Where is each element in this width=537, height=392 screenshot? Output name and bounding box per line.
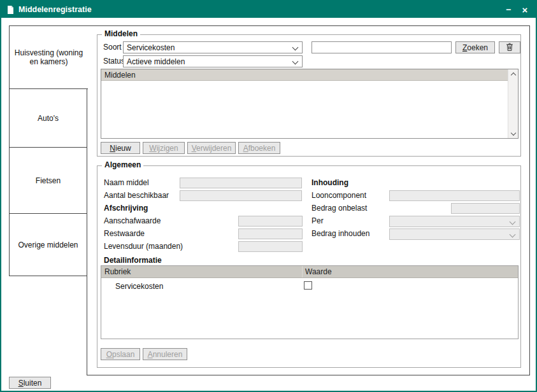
detailinformatie-header: Detailinformatie — [104, 256, 162, 265]
levensduur-input[interactable] — [238, 241, 303, 252]
aanschafwaarde-label: Aanschafwaarde — [104, 216, 161, 226]
detail-table-header: Rubriek Waarde — [101, 266, 518, 278]
aanschafwaarde-input[interactable] — [238, 216, 303, 227]
chevron-down-icon — [510, 219, 516, 225]
status-label: Status — [103, 57, 125, 66]
middelen-groupbox: Middelen Soort Servicekosten Zoeken — [97, 34, 521, 157]
middelen-legend: Middelen — [102, 29, 140, 39]
afboeken-label: Afboeken — [243, 144, 276, 153]
chevron-down-icon — [292, 59, 299, 65]
algemeen-groupbox: Algemeen Naam middel Aantal beschikbaar … — [97, 165, 521, 368]
wijzigen-button[interactable]: Wijzigen — [143, 142, 185, 154]
rubriek-column-header: Rubriek — [101, 266, 302, 277]
verwijderen-label: Verwijderen — [192, 144, 232, 153]
trash-icon — [506, 43, 513, 53]
table-row-rubriek[interactable]: Servicekosten — [115, 282, 163, 291]
status-combobox[interactable]: Actieve middelen — [123, 55, 303, 67]
aantal-beschikbaar-label: Aantal beschikbaar — [104, 191, 169, 200]
chevron-down-icon — [510, 232, 516, 238]
zoeken-label: Zoeken — [462, 43, 488, 52]
waarde-checkbox[interactable] — [304, 281, 312, 290]
verwijderen-button[interactable]: Verwijderen — [187, 142, 236, 154]
restwaarde-input[interactable] — [238, 228, 303, 239]
annuleren-button[interactable]: Annuleren — [143, 348, 187, 360]
status-value: Actieve middelen — [127, 57, 185, 66]
naam-middel-label: Naam middel — [104, 178, 149, 188]
soort-label: Soort — [103, 43, 122, 52]
soort-combobox[interactable]: Servicekosten — [123, 41, 303, 53]
soort-value: Servicekosten — [127, 43, 175, 52]
middelen-listbox[interactable]: Middelen — [101, 69, 519, 139]
bedrag-inhouden-label: Bedrag inhouden — [311, 229, 369, 239]
detail-table[interactable]: Rubriek Waarde Servicekosten — [101, 265, 519, 339]
zoeken-button[interactable]: Zoeken — [455, 41, 495, 53]
afschrijving-header: Afschrijving — [104, 204, 148, 213]
window-title: Middelenregistratie — [18, 5, 92, 14]
middelen-list-header: Middelen — [101, 69, 508, 81]
minimize-button[interactable]: − — [500, 1, 517, 18]
close-button[interactable]: × — [517, 1, 533, 18]
tab-fietsen[interactable]: Fietsen — [9, 147, 87, 214]
scroll-up-icon[interactable] — [508, 69, 518, 79]
aantal-beschikbaar-input[interactable] — [180, 190, 302, 201]
afboeken-button[interactable]: Afboeken — [238, 142, 280, 154]
tab-autos[interactable]: Auto's — [9, 88, 87, 148]
tab-label: Huisvesting (woning en kamers) — [12, 48, 85, 66]
chevron-down-icon — [292, 45, 299, 51]
inhouding-header: Inhouding — [311, 178, 348, 188]
tab-huisvesting[interactable]: Huisvesting (woning en kamers) — [9, 25, 88, 89]
per-label: Per — [311, 216, 324, 226]
titlebar: Middelenregistratie — [1, 1, 536, 18]
opslaan-label: Opslaan — [106, 350, 135, 359]
annuleren-label: Annuleren — [148, 350, 183, 359]
sluiten-button[interactable]: Sluiten — [9, 377, 51, 389]
looncomponent-input[interactable] — [389, 190, 520, 201]
vertical-scrollbar[interactable] — [508, 69, 518, 138]
nieuw-button[interactable]: Nieuw — [101, 142, 140, 154]
tab-label: Fietsen — [36, 176, 61, 185]
tab-overige-middelen[interactable]: Overige middelen — [9, 213, 87, 276]
bedrag-onbelast-label: Bedrag onbelast — [311, 204, 367, 213]
opslaan-button[interactable]: Opslaan — [101, 348, 140, 360]
tab-label: Overige middelen — [18, 241, 78, 249]
per-combobox[interactable] — [389, 216, 520, 227]
naam-middel-input[interactable] — [180, 178, 302, 188]
bedrag-onbelast-input[interactable] — [451, 203, 520, 214]
tab-label: Auto's — [38, 114, 59, 123]
bedrag-inhouden-combobox[interactable] — [389, 228, 520, 240]
scroll-down-icon[interactable] — [508, 129, 518, 138]
restwaarde-label: Restwaarde — [104, 229, 145, 239]
algemeen-legend: Algemeen — [102, 160, 143, 170]
levensduur-label: Levensduur (maanden) — [104, 242, 183, 251]
search-input[interactable] — [311, 41, 452, 53]
document-icon — [7, 6, 14, 14]
middelenregistratie-window: Middelenregistratie − × Huisvesting (won… — [0, 0, 537, 392]
wijzigen-label: Wijzigen — [149, 144, 178, 153]
waarde-column-header: Waarde — [302, 266, 518, 277]
delete-button[interactable] — [499, 41, 520, 53]
nieuw-label: Nieuw — [110, 144, 131, 153]
looncomponent-label: Looncomponent — [311, 191, 366, 200]
sluiten-label: Sluiten — [18, 379, 42, 388]
